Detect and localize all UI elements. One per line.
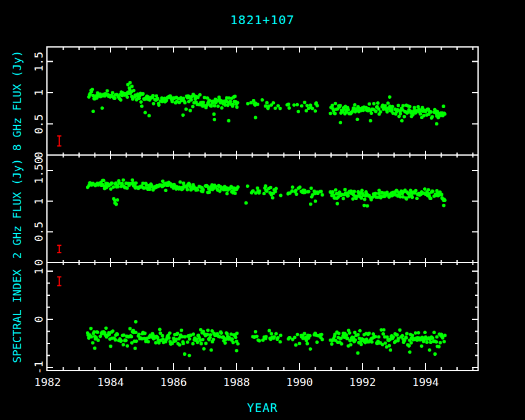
data-point [309,347,313,351]
data-point [337,332,341,335]
data-point [435,335,439,339]
data-point [116,198,119,202]
data-point [370,111,374,115]
data-point [274,332,278,335]
data-point [386,101,390,105]
data-point [270,332,274,335]
data-point [429,111,433,114]
data-point [295,193,298,196]
x-tick-label: 1982 [34,376,61,388]
data-point [256,103,259,106]
data-point [435,122,439,126]
data-point [130,335,133,338]
y-tick-label: -1 [32,361,45,374]
data-point [256,187,259,190]
y-axis-title-2ghz-flux: 2 GHz FLUX (Jy) [10,159,23,259]
data-point [439,341,442,345]
data-point [116,332,119,336]
data-point [382,332,385,336]
data-point [157,103,161,107]
data-point [213,104,217,107]
y-tick-label: 0.5 [32,222,45,242]
data-point [102,178,106,182]
data-point [183,101,187,104]
data-point [374,110,378,114]
data-point [388,95,392,99]
data-point [213,118,217,122]
data-point [159,332,162,335]
data-point [128,327,132,330]
data-point [151,94,155,98]
data-point [201,101,205,104]
data-point [321,338,324,342]
data-point [443,334,447,337]
data-point [443,198,447,202]
data-point [408,350,412,354]
data-point [346,108,350,112]
data-point [161,334,164,338]
data-point [346,194,350,198]
data-point [385,110,389,114]
data-point [430,115,434,119]
data-point [300,104,304,108]
data-point [340,342,343,346]
y-tick-label: 1 [32,90,45,96]
data-point [343,188,347,191]
data-point [184,107,188,111]
data-point [311,107,314,111]
data-point [308,334,312,338]
data-point [165,99,169,103]
data-point [360,189,364,193]
data-point [435,340,439,344]
data-point [423,187,427,191]
data-point [164,188,168,192]
data-point [429,196,433,200]
data-point [125,187,129,190]
data-point [339,121,343,125]
data-point [314,200,317,203]
data-point [196,188,200,192]
y-axis-title-8ghz-flux: 8 GHz FLUX (Jy) [10,51,23,151]
data-point [104,326,108,330]
data-point [112,197,116,201]
data-point [186,188,190,191]
data-point [428,348,432,352]
data-point [139,100,143,104]
data-point [407,344,411,348]
data-point [110,182,114,185]
data-point [134,320,138,324]
data-point [219,331,223,335]
data-point [348,331,351,335]
data-point [356,333,360,337]
data-point [133,346,137,350]
data-point [315,340,319,344]
data-point [246,184,250,188]
data-point [91,341,94,345]
data-point [254,116,258,120]
data-point [233,94,237,98]
y-tick-label: 1 [32,268,45,275]
y-tick-label: 0 [32,316,45,323]
data-point [316,104,319,107]
data-point [183,352,187,356]
data-point [269,186,272,190]
data-point [258,190,261,193]
data-point [220,106,224,110]
data-point [225,192,229,196]
data-point [379,110,382,114]
data-point [125,95,129,99]
data-point [420,344,424,348]
data-point [182,182,185,185]
data-point [233,191,237,195]
source-name-title: 1821+107 [0,12,525,27]
data-point [116,185,120,189]
data-point [384,342,387,345]
data-point [206,333,209,337]
data-point [234,335,238,339]
data-point [276,336,280,340]
data-point [124,339,128,343]
data-point [186,340,190,344]
data-point [400,119,404,123]
data-point [353,338,357,342]
data-point [309,203,313,206]
